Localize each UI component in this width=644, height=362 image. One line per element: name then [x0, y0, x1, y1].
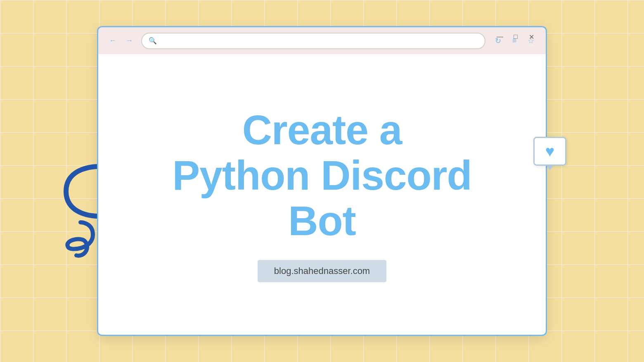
minimize-button[interactable]: — [494, 31, 506, 43]
browser-window: — □ ✕ ← → 🔍 ↻ ≡ ☆ ♥ Create a Python Dis [97, 26, 547, 336]
address-bar[interactable]: 🔍 [141, 33, 485, 49]
window-controls: — □ ✕ [494, 31, 537, 43]
heart-icon: ♥ [545, 143, 555, 160]
like-button[interactable]: ♥ [533, 137, 566, 166]
url-badge: blog.shahednasser.com [258, 260, 386, 282]
search-icon: 🔍 [149, 37, 157, 45]
maximize-button[interactable]: □ [510, 31, 521, 43]
forward-button[interactable]: → [122, 34, 136, 48]
nav-buttons: ← → [106, 34, 136, 48]
browser-titlebar: — □ ✕ ← → 🔍 ↻ ≡ ☆ [97, 26, 547, 54]
back-button[interactable]: ← [106, 34, 120, 48]
close-button[interactable]: ✕ [526, 31, 537, 43]
browser-content: ♥ Create a Python Discord Bot blog.shahe… [97, 54, 547, 336]
page-title: Create a Python Discord Bot [148, 107, 497, 243]
